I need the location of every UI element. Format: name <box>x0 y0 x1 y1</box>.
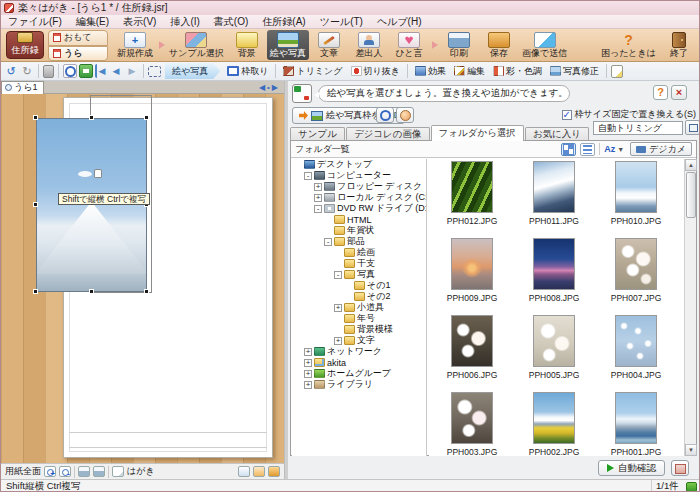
tree-item[interactable]: +ライブラリ <box>292 379 426 390</box>
thumbnail-item[interactable]: PPH009.JPG <box>447 238 498 315</box>
tab-item[interactable]: お気に入り <box>525 127 589 141</box>
thumbnail-item[interactable]: PPH006.JPG <box>447 315 498 392</box>
toolbar-button-send-image[interactable]: 画像で送信 <box>519 30 570 60</box>
address-book-button[interactable]: 住所録 <box>6 31 44 59</box>
toolbar-button-text[interactable]: 文章 <box>309 30 349 60</box>
thumbnail-item[interactable]: PPH005.JPG <box>529 315 580 392</box>
panel-help-button[interactable]: ? <box>653 85 668 100</box>
expand-toggle-icon[interactable]: - <box>334 271 342 279</box>
menu-item[interactable]: 書式(O) <box>207 15 255 29</box>
expand-toggle-icon[interactable]: + <box>334 304 342 312</box>
thumbnail-item[interactable]: PPH004.JPG <box>611 315 662 392</box>
toolbar-button-new-document[interactable]: 新規作成 <box>114 30 156 60</box>
fixed-size-option[interactable]: 枠サイズ固定で置き換える(S) <box>562 108 696 121</box>
edit-button-tone[interactable]: 彩・色調 <box>490 64 545 79</box>
print-zoom-icon[interactable] <box>93 466 105 477</box>
thumbnail-item[interactable]: PPH007.JPG <box>611 238 662 315</box>
menu-item[interactable]: 表示(V) <box>116 15 163 29</box>
panel-close-button[interactable]: × <box>671 85 687 100</box>
resize-handle-nw[interactable] <box>33 115 38 120</box>
thumbnail-item[interactable]: PPH010.JPG <box>611 161 662 238</box>
loupe-icon[interactable] <box>63 64 77 78</box>
zoom-in-icon[interactable] <box>44 466 56 477</box>
tree-item[interactable]: その1 <box>292 280 426 291</box>
paper-icon[interactable] <box>112 466 124 477</box>
edit-button-edit[interactable]: 編集 <box>451 64 488 79</box>
marquee-icon[interactable] <box>148 66 161 77</box>
nav-next-icon[interactable]: ▶ <box>125 64 139 78</box>
resize-handle-ne[interactable] <box>144 115 149 120</box>
thumbnail-item[interactable]: PPH012.JPG <box>447 161 498 238</box>
expand-toggle-icon[interactable]: + <box>304 348 312 356</box>
scroll-up-icon[interactable]: ▲ <box>685 159 697 171</box>
print-preview-icon[interactable] <box>78 466 90 477</box>
tab-item[interactable]: サンプル <box>290 127 345 141</box>
resize-handle-w[interactable] <box>33 202 38 207</box>
page-tab[interactable]: うら1 <box>1 81 44 94</box>
redo-icon[interactable]: ↻ <box>20 64 34 78</box>
expand-toggle-icon[interactable]: + <box>304 359 312 367</box>
tab-active[interactable]: フォルダから選択 <box>431 125 524 141</box>
trimming-option-button[interactable] <box>685 120 700 135</box>
toolbar-button-help[interactable]: 困ったときは <box>598 30 659 60</box>
thumbnail-item[interactable]: PPH001.JPG <box>611 392 662 456</box>
thumbnail-item[interactable]: PPH011.JPG <box>529 161 579 238</box>
grid-view-icon[interactable] <box>561 143 576 156</box>
thumbnail-item[interactable]: PPH002.JPG <box>529 392 580 456</box>
undo-icon[interactable]: ↺ <box>4 64 18 78</box>
toolbar-button-sample-select[interactable]: サンプル選択 <box>166 30 227 60</box>
scroll-down-icon[interactable]: ▼ <box>685 444 697 456</box>
scrollbar[interactable]: ▲ ▼ <box>684 159 696 456</box>
toolbar-button-photo[interactable]: 絵や写真 <box>267 30 309 60</box>
thumbnail-item[interactable]: PPH008.JPG <box>529 238 580 315</box>
photo-option-button[interactable] <box>671 460 689 476</box>
copy-page-icon[interactable] <box>253 466 265 477</box>
toolbar-button-message[interactable]: ひと言 <box>389 30 429 60</box>
face-detect-button[interactable] <box>396 107 414 123</box>
sort-button[interactable]: Az ▼ <box>604 144 624 154</box>
list-view-icon[interactable] <box>580 143 595 156</box>
menu-item[interactable]: 編集(E) <box>69 15 116 29</box>
trash-icon[interactable] <box>43 65 54 78</box>
expand-toggle-icon[interactable]: - <box>304 172 312 180</box>
card-canvas[interactable]: Shiftで縦横 Ctrlで複写 <box>1 94 284 463</box>
toolbar-button-save[interactable]: 保存 <box>479 30 519 60</box>
resize-handle-s[interactable] <box>89 289 94 294</box>
resize-handle-sw[interactable] <box>33 289 38 294</box>
thumbnail-item[interactable]: PPH003.JPG <box>447 392 498 456</box>
nav-first-icon[interactable]: ◀ <box>95 64 107 78</box>
title-bar[interactable]: 楽々はがき - [うら1 * / 住所録.jsr] <box>1 1 700 15</box>
image-export-icon[interactable] <box>268 466 280 477</box>
menu-item[interactable]: ヘルプ(H) <box>370 15 429 29</box>
toolbar-button-exit[interactable]: 終了 <box>659 30 699 60</box>
tree-item[interactable]: +ネットワーク <box>292 346 426 357</box>
menu-item[interactable]: ファイル(F) <box>1 15 69 29</box>
expand-toggle-icon[interactable]: + <box>314 183 322 191</box>
menu-item[interactable]: ツール(T) <box>313 15 370 29</box>
edit-button-fix[interactable]: 写真修正 <box>547 64 602 79</box>
search-button[interactable] <box>376 107 394 123</box>
scrollbar-thumb[interactable] <box>686 172 696 218</box>
edit-button-effect[interactable]: 効果 <box>412 64 449 79</box>
page-nav-arrows-icon[interactable]: ◀•▶ <box>259 83 280 92</box>
edit-button-frame[interactable]: 枠取り <box>224 64 271 79</box>
expand-toggle-icon[interactable]: - <box>314 205 322 213</box>
menu-item[interactable]: 挿入(I) <box>163 15 206 29</box>
digicam-button[interactable]: デジカメ <box>630 142 692 156</box>
expand-toggle-icon[interactable]: + <box>334 337 342 345</box>
note-icon[interactable] <box>611 65 623 78</box>
zoom-out-icon[interactable] <box>59 466 71 477</box>
view-mode-label[interactable]: 用紙全面 <box>5 465 41 478</box>
mode-tab-photo[interactable]: 絵や写真 <box>165 63 220 79</box>
tab-front[interactable]: おもて <box>48 30 108 46</box>
nav-prev-icon[interactable]: ◀ <box>109 64 123 78</box>
fixed-size-checkbox[interactable] <box>562 110 572 120</box>
edit-button-trim[interactable]: トリミング <box>280 64 345 79</box>
toolbar-button-background[interactable]: 背景 <box>227 30 267 60</box>
resize-handle-se[interactable] <box>144 289 149 294</box>
edit-button-cutout[interactable]: 切り抜き <box>348 64 403 79</box>
selected-photo[interactable] <box>36 118 147 292</box>
tab-back[interactable]: うら <box>48 46 108 62</box>
expand-toggle-icon[interactable]: + <box>304 381 312 389</box>
expand-toggle-icon[interactable]: + <box>314 194 322 202</box>
